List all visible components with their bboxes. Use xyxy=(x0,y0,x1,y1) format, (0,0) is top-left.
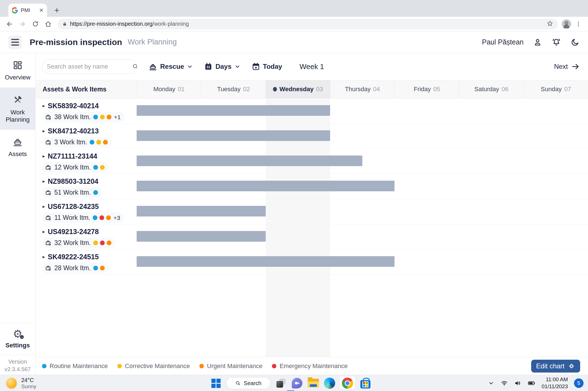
legend-label: Emergency Maintenance xyxy=(279,362,347,370)
day-number: 01 xyxy=(178,86,185,93)
back-icon[interactable] xyxy=(4,18,15,30)
legend-item: Urgent Maintenance xyxy=(199,362,262,370)
sun-icon xyxy=(6,378,17,388)
volume-icon[interactable] xyxy=(514,380,521,387)
user-profile-icon[interactable] xyxy=(533,38,542,47)
work-item-type-dots xyxy=(93,266,105,270)
url-omnibox[interactable]: https://pre-mission-inspection.org/work-… xyxy=(58,19,558,29)
red-dot xyxy=(100,241,105,245)
asset-expand-toggle[interactable]: ▸ SK58392-40214 xyxy=(43,102,125,110)
work-items-chip[interactable]: 51 Work Itm. xyxy=(43,187,102,198)
reload-icon[interactable] xyxy=(30,18,41,30)
sidebar-item-settings[interactable]: ⚙→ Settings xyxy=(0,323,35,353)
bookmark-star-icon[interactable] xyxy=(547,20,553,28)
windows-start-icon[interactable] xyxy=(210,377,222,389)
blue-dot xyxy=(93,165,98,170)
gantt-bar[interactable] xyxy=(137,130,330,141)
edit-chart-button[interactable]: Edit chart xyxy=(531,360,580,373)
asset-name: NZ98503-31204 xyxy=(48,177,99,185)
notification-count-badge[interactable]: 5 xyxy=(574,378,584,388)
work-items-chip[interactable]: 32 Work Itm. xyxy=(43,238,115,248)
sidebar-item-overview[interactable]: Overview xyxy=(0,53,35,88)
legend-item: Emergency Maintenance xyxy=(272,362,347,370)
taskbar-clock[interactable]: 11:00 AM 01/11/2023 xyxy=(542,376,568,390)
calendar-today-icon xyxy=(252,62,260,71)
asset-expand-toggle[interactable]: ▸ SK49222-24515 xyxy=(43,253,109,261)
schedule-row-NZ71111-23144: ▸ NZ71111-23144 12 Work Itm. xyxy=(36,149,588,174)
hamburger-menu-icon[interactable] xyxy=(8,36,22,49)
toolbox-icon xyxy=(45,240,52,246)
asset-expand-toggle[interactable]: ▸ US49213-24278 xyxy=(43,228,115,236)
red-dot xyxy=(99,215,104,220)
expand-triangle-icon: ▸ xyxy=(43,128,45,134)
day-header-monday: Monday 01 xyxy=(137,80,201,98)
sidebar-item-work-planning[interactable]: Work Planning xyxy=(0,88,35,130)
gantt-bar[interactable] xyxy=(137,256,395,267)
expand-triangle-icon: ▸ xyxy=(43,153,45,159)
wifi-icon[interactable] xyxy=(501,380,508,387)
sidebar-item-assets[interactable]: Assets xyxy=(0,130,35,164)
asset-name: SK58392-40214 xyxy=(48,102,99,110)
microsoft-store-icon[interactable] xyxy=(360,377,371,389)
user-name: Paul Păștean xyxy=(482,38,524,46)
teams-chat-icon[interactable] xyxy=(291,377,303,389)
day-name: Wednesday xyxy=(279,86,314,93)
yellow-dot xyxy=(100,115,105,119)
edge-browser-icon[interactable] xyxy=(324,377,335,389)
gantt-bar[interactable] xyxy=(137,206,266,216)
home-icon[interactable] xyxy=(43,18,54,30)
app-header: Pre-mission inspection Work Planning Pau… xyxy=(0,31,588,53)
search-input[interactable] xyxy=(42,63,132,70)
search-icon[interactable] xyxy=(132,60,137,74)
calendar-31-icon: 31 xyxy=(204,62,213,71)
day-header-sunday: Sunday 07 xyxy=(524,80,588,98)
asset-expand-toggle[interactable]: ▸ NZ98503-31204 xyxy=(43,177,102,185)
work-items-chip[interactable]: 38 Work Itm. +1 xyxy=(43,112,125,122)
gantt-bar[interactable] xyxy=(137,156,362,166)
asset-expand-toggle[interactable]: ▸ SK84712-40213 xyxy=(43,127,112,135)
blue-dot xyxy=(93,190,98,195)
gantt-bar[interactable] xyxy=(137,105,330,116)
chrome-browser-icon[interactable] xyxy=(340,376,355,390)
yellow-dot xyxy=(96,140,101,145)
granularity-dropdown[interactable]: 31 Days xyxy=(204,62,240,71)
gantt-bar[interactable] xyxy=(137,181,395,191)
today-button[interactable]: Today xyxy=(252,62,282,71)
svg-text:31: 31 xyxy=(207,65,211,69)
browser-menu-icon[interactable] xyxy=(573,18,584,30)
tray-chevron-icon[interactable] xyxy=(488,380,494,387)
asset-expand-toggle[interactable]: ▸ NZ71111-23144 xyxy=(43,152,109,160)
asset-cell: ▸ SK84712-40213 3 Work Itm. xyxy=(43,127,112,147)
taskbar-search[interactable]: Search xyxy=(226,377,270,389)
toolbox-icon xyxy=(45,189,52,196)
app-version: Version v2.3.4.567 xyxy=(0,355,35,373)
taskbar-weather-widget[interactable]: 24°C Sunny xyxy=(6,375,36,391)
tab-close-icon[interactable]: ✕ xyxy=(39,8,44,13)
task-view-icon[interactable] xyxy=(275,377,287,389)
next-week-button[interactable]: Next xyxy=(554,62,580,71)
day-number: 05 xyxy=(433,86,440,93)
blue-dot xyxy=(93,266,98,270)
forward-icon[interactable] xyxy=(17,18,28,30)
yellow-dot xyxy=(100,165,105,170)
work-items-chip[interactable]: 3 Work Itm. xyxy=(43,137,112,147)
day-name: Monday xyxy=(153,86,175,93)
gantt-bar[interactable] xyxy=(137,231,266,242)
new-tab-button[interactable]: + xyxy=(52,6,62,15)
work-items-chip[interactable]: 28 Work Itm. xyxy=(43,263,109,273)
orange-dot xyxy=(100,266,105,270)
work-items-chip[interactable]: 11 Work Itm. +3 xyxy=(43,213,124,223)
browser-profile-avatar[interactable] xyxy=(562,19,571,29)
browser-tab[interactable]: PMI ✕ xyxy=(8,4,47,17)
file-explorer-icon[interactable] xyxy=(307,377,319,389)
notifications-bell-icon[interactable] xyxy=(552,37,561,47)
asset-name: US67128-24235 xyxy=(48,202,99,211)
clock-time: 11:00 AM xyxy=(542,376,568,383)
legend-dot xyxy=(199,364,204,368)
work-items-chip[interactable]: 12 Work Itm. xyxy=(43,162,109,173)
work-item-type-dots xyxy=(90,140,108,145)
asset-expand-toggle[interactable]: ▸ US67128-24235 xyxy=(43,202,124,211)
battery-icon[interactable] xyxy=(528,379,535,387)
asset-type-dropdown[interactable]: Rescue xyxy=(148,62,193,71)
dark-mode-moon-icon[interactable] xyxy=(571,38,580,47)
